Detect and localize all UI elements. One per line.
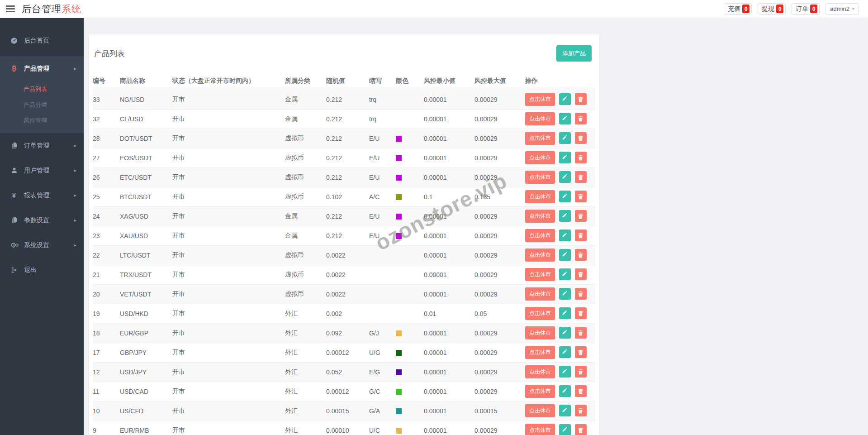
delete-button[interactable]	[575, 424, 587, 435]
signout-icon	[9, 267, 19, 273]
cell-product-name: NG/USD	[120, 90, 172, 109]
delete-button[interactable]	[575, 191, 587, 202]
close-market-button[interactable]: 点击休市	[525, 424, 555, 435]
delete-button[interactable]	[575, 366, 587, 378]
order-badge[interactable]: 订单 0	[792, 3, 820, 15]
trash-icon	[578, 252, 583, 258]
sidebar-item-order-management[interactable]: 订单管理 ▸	[0, 133, 84, 158]
trash-icon	[578, 388, 583, 394]
close-market-button[interactable]: 点击休市	[525, 229, 555, 242]
delete-button[interactable]	[575, 385, 587, 397]
close-market-button[interactable]: 点击休市	[525, 112, 555, 125]
delete-button[interactable]	[575, 268, 587, 280]
delete-button[interactable]	[575, 113, 587, 124]
user-menu[interactable]: admin2 ▾	[825, 3, 859, 15]
edit-button[interactable]	[559, 268, 571, 280]
close-market-button[interactable]: 点击休市	[525, 365, 555, 378]
edit-button[interactable]	[559, 191, 571, 202]
trash-icon	[578, 135, 583, 141]
color-chip	[396, 214, 402, 220]
sidebar-subitem-product-list[interactable]: 产品列表	[0, 81, 84, 97]
cell-category: 虚拟币	[285, 265, 326, 284]
close-market-button[interactable]: 点击休市	[525, 307, 555, 320]
delete-button[interactable]	[575, 132, 587, 144]
recharge-badge[interactable]: 充值 0	[724, 3, 752, 15]
cell-abbreviation	[369, 304, 396, 323]
delete-button[interactable]	[575, 327, 587, 339]
edit-button[interactable]	[559, 385, 571, 397]
pencil-icon	[562, 408, 568, 414]
sidebar-subitem-risk-management[interactable]: 风控管理	[0, 113, 84, 129]
sidebar-subitem-product-category[interactable]: 产品分类	[0, 97, 84, 113]
close-market-button[interactable]: 点击休市	[525, 93, 555, 106]
add-product-button[interactable]: 添加产品	[556, 45, 592, 62]
edit-button[interactable]	[559, 132, 571, 144]
edit-button[interactable]	[559, 152, 571, 163]
sidebar-item-home[interactable]: 后台首页	[0, 28, 84, 53]
cell-abbreviation	[369, 284, 396, 304]
withdraw-badge[interactable]: 提现 0	[758, 3, 786, 15]
edit-button[interactable]	[559, 307, 571, 319]
page-title: 产品列表	[94, 48, 125, 59]
close-market-button[interactable]: 点击休市	[525, 190, 555, 203]
close-market-button[interactable]: 点击休市	[525, 346, 555, 359]
edit-button[interactable]	[559, 405, 571, 416]
close-market-button[interactable]: 点击休市	[525, 132, 555, 145]
sidebar-item-user-management[interactable]: 用户管理 ▸	[0, 158, 84, 183]
delete-button[interactable]	[575, 307, 587, 319]
close-market-button[interactable]: 点击休市	[525, 385, 555, 398]
edit-button[interactable]	[559, 346, 571, 358]
close-market-button[interactable]: 点击休市	[525, 171, 555, 184]
edit-button[interactable]	[559, 366, 571, 378]
cell-category: 金属	[285, 109, 326, 129]
hamburger-menu-icon[interactable]	[6, 5, 15, 12]
sidebar-item-logout[interactable]: 退出	[0, 258, 84, 282]
cell-category: 虚拟币	[285, 167, 326, 187]
cell-color	[396, 284, 424, 304]
delete-button[interactable]	[575, 405, 587, 416]
cell-abbreviation: trq	[369, 109, 396, 129]
edit-button[interactable]	[559, 171, 571, 183]
close-market-button[interactable]: 点击休市	[525, 249, 555, 262]
edit-button[interactable]	[559, 229, 571, 241]
cell-category: 外汇	[285, 421, 326, 435]
delete-button[interactable]	[575, 346, 587, 358]
edit-button[interactable]	[559, 288, 571, 300]
sidebar-item-parameter-settings[interactable]: 参数设置 ▸	[0, 208, 84, 233]
cell-risk-min: 0.1	[424, 187, 474, 206]
table-row: 11 USD/CAD 开市 外汇 0.00012 G/C 0.00001 0.0…	[93, 382, 595, 401]
delete-button[interactable]	[575, 249, 587, 261]
delete-button[interactable]	[575, 171, 587, 183]
cell-risk-max: 0.00029	[474, 148, 525, 167]
edit-button[interactable]	[559, 113, 571, 124]
cell-color	[396, 382, 424, 401]
edit-button[interactable]	[559, 249, 571, 261]
sidebar-item-report-management[interactable]: ¥ 报表管理 ▸	[0, 183, 84, 208]
close-market-button[interactable]: 点击休市	[525, 268, 555, 281]
delete-button[interactable]	[575, 93, 587, 105]
cell-risk-max: 0.00029	[474, 265, 525, 284]
sidebar-item-system-settings[interactable]: ⚙⚙ 系统设置 ▸	[0, 233, 84, 258]
edit-button[interactable]	[559, 327, 571, 339]
close-market-button[interactable]: 点击休市	[525, 151, 555, 164]
delete-button[interactable]	[575, 210, 587, 222]
edit-button[interactable]	[559, 210, 571, 222]
column-header: 状态（大盘正常开市时间内）	[172, 72, 285, 90]
sidebar-item-product-management[interactable]: B 产品管理 ▸	[0, 56, 84, 81]
cell-actions: 点击休市	[525, 109, 595, 129]
trash-icon	[578, 174, 583, 180]
edit-button[interactable]	[559, 93, 571, 105]
close-market-button[interactable]: 点击休市	[525, 210, 555, 223]
close-market-button[interactable]: 点击休市	[525, 287, 555, 301]
close-market-button[interactable]: 点击休市	[525, 326, 555, 339]
cell-random-value: 0.0022	[326, 284, 369, 304]
close-market-button[interactable]: 点击休市	[525, 404, 555, 417]
delete-button[interactable]	[575, 229, 587, 241]
app-title-primary: 后台管理	[22, 4, 62, 14]
pencil-icon	[562, 155, 568, 161]
edit-button[interactable]	[559, 424, 571, 435]
delete-button[interactable]	[575, 152, 587, 163]
delete-button[interactable]	[575, 288, 587, 300]
cell-actions: 点击休市	[525, 323, 595, 343]
cell-abbreviation: A/C	[369, 187, 396, 206]
